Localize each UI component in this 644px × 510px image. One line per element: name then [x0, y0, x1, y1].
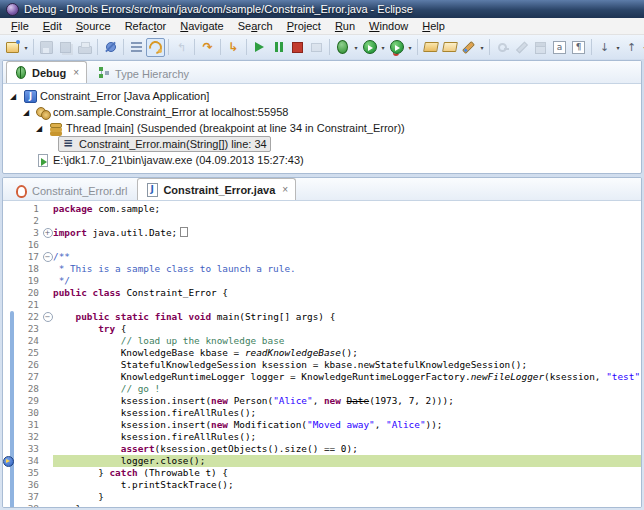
previous-annotation-button[interactable] — [622, 38, 641, 57]
menu-window[interactable]: Window — [362, 19, 415, 33]
editor-tab-constraint-error-drl[interactable]: Constraint_Error.drl — [6, 180, 135, 200]
coverage-dropdown-icon[interactable]: ▾ — [406, 44, 414, 51]
menu-navigate[interactable]: Navigate — [173, 19, 230, 33]
fold-ruler[interactable] — [42, 407, 53, 419]
fold-ruler[interactable] — [42, 419, 53, 431]
show-whitespace-button[interactable] — [569, 38, 588, 57]
link-with-debug-view-button[interactable] — [146, 38, 165, 57]
mark-occurrences-button[interactable] — [512, 38, 531, 57]
fold-ruler[interactable]: + — [42, 227, 53, 239]
fold-ruler[interactable] — [42, 215, 53, 227]
title-bar[interactable]: Debug - Drools Errors/src/main/java/com/… — [0, 0, 644, 18]
annotation-ruler[interactable] — [3, 443, 15, 455]
fold-collapsed-icon[interactable]: + — [43, 228, 53, 238]
fold-ruler[interactable]: − — [42, 251, 53, 263]
menu-run[interactable]: Run — [328, 19, 362, 33]
code-line-32[interactable]: 32 ksession.fireAllRules(); — [3, 431, 641, 443]
debug-view-tab-type-hierarchy[interactable]: Type Hierarchy — [89, 63, 197, 83]
annotation-ruler[interactable] — [3, 263, 15, 275]
code-line-20[interactable]: 20public class Constraint_Error { — [3, 287, 641, 299]
expand-arrow-icon[interactable]: ◢ — [33, 124, 45, 133]
debug-tree-row[interactable]: ◢com.sample.Constraint_Error at localhos… — [3, 104, 641, 120]
debug-view-tab-debug[interactable]: Debug× — [6, 61, 87, 83]
code-line-23[interactable]: 23 try { — [3, 323, 641, 335]
menu-edit[interactable]: Edit — [36, 19, 69, 33]
fold-ruler[interactable] — [42, 467, 53, 479]
terminate-button[interactable] — [288, 38, 307, 57]
menu-project[interactable]: Project — [280, 19, 328, 33]
show-breakpoint-types-button[interactable] — [127, 38, 146, 57]
instruction-pointer-icon[interactable] — [3, 456, 14, 467]
code-line-34[interactable]: 34 logger.close(); — [3, 455, 641, 467]
new-wizard-dropdown-icon[interactable]: ▾ — [22, 44, 30, 51]
annotation-ruler[interactable] — [3, 407, 15, 419]
debug-tree-row[interactable]: E:\jdk1.7.0_21\bin\javaw.exe (04.09.2013… — [3, 152, 641, 168]
annotation-ruler[interactable] — [3, 479, 15, 491]
step-return-button[interactable] — [224, 38, 243, 57]
code-line-17[interactable]: 17−/** — [3, 251, 641, 263]
code-line-2[interactable]: 2 — [3, 215, 641, 227]
save-button[interactable] — [37, 38, 56, 57]
suspend-button[interactable] — [269, 38, 288, 57]
annotation-ruler[interactable] — [3, 251, 15, 263]
debug-launch-tree[interactable]: ◢Constraint_Error [Java Application]◢com… — [3, 84, 641, 168]
fold-ruler[interactable] — [42, 395, 53, 407]
fold-ruler[interactable] — [42, 443, 53, 455]
coverage-button[interactable] — [387, 38, 406, 57]
code-line-38[interactable]: 38 } — [3, 503, 641, 507]
code-line-31[interactable]: 31 ksession.insert(new Modification("Mov… — [3, 419, 641, 431]
print-button[interactable] — [75, 38, 94, 57]
menu-refactor[interactable]: Refactor — [118, 19, 174, 33]
expand-arrow-icon[interactable]: ◢ — [7, 92, 19, 101]
annotation-ruler[interactable] — [3, 239, 15, 251]
annotation-ruler[interactable] — [3, 467, 15, 479]
annotation-ruler[interactable] — [3, 419, 15, 431]
code-line-19[interactable]: 19 */ — [3, 275, 641, 287]
fold-ruler[interactable] — [42, 431, 53, 443]
fold-ruler[interactable] — [42, 383, 53, 395]
run-dropdown-icon[interactable]: ▾ — [379, 44, 387, 51]
annotation-ruler[interactable] — [3, 203, 15, 215]
drop-to-frame-button[interactable] — [172, 38, 191, 57]
fold-ruler[interactable] — [42, 503, 53, 507]
annotation-ruler[interactable] — [3, 335, 15, 347]
code-line-37[interactable]: 37 } — [3, 491, 641, 503]
code-line-28[interactable]: 28 // go ! — [3, 383, 641, 395]
annotation-ruler[interactable] — [3, 491, 15, 503]
disconnect-button[interactable] — [307, 38, 326, 57]
close-tab-icon[interactable]: × — [73, 67, 79, 78]
fold-ruler[interactable] — [42, 275, 53, 287]
annotation-ruler[interactable] — [3, 299, 15, 311]
fold-ruler[interactable] — [42, 455, 53, 467]
menu-source[interactable]: Source — [69, 19, 118, 33]
code-line-25[interactable]: 25 KnowledgeBase kbase = readKnowledgeBa… — [3, 347, 641, 359]
external-tools-button[interactable] — [493, 38, 512, 57]
close-tab-icon[interactable]: × — [282, 184, 288, 195]
annotation-ruler[interactable] — [3, 395, 15, 407]
open-type-button[interactable] — [421, 38, 440, 57]
java-source-editor[interactable]: 1package com.sample;23+import java.util.… — [3, 201, 641, 507]
code-line-26[interactable]: 26 StatefulKnowledgeSession ksession = k… — [3, 359, 641, 371]
code-line-27[interactable]: 27 KnowledgeRuntimeLogger logger = Knowl… — [3, 371, 641, 383]
next-annotation-button[interactable] — [595, 38, 614, 57]
fold-expanded-icon[interactable]: − — [43, 312, 53, 322]
fold-ruler[interactable] — [42, 203, 53, 215]
next-annotation-dropdown-icon[interactable]: ▾ — [614, 44, 622, 51]
annotation-ruler[interactable] — [3, 431, 15, 443]
fold-ruler[interactable] — [42, 491, 53, 503]
search-button[interactable] — [459, 38, 478, 57]
code-line-3[interactable]: 3+import java.util.Date; — [3, 227, 641, 239]
code-line-18[interactable]: 18 * This is a sample class to launch a … — [3, 263, 641, 275]
code-line-33[interactable]: 33 assert(ksession.getObjects().size() =… — [3, 443, 641, 455]
code-line-30[interactable]: 30 ksession.fireAllRules(); — [3, 407, 641, 419]
code-line-1[interactable]: 1package com.sample; — [3, 203, 641, 215]
editor-tab-constraint-error-java[interactable]: Constraint_Error.java× — [137, 178, 296, 200]
search-dropdown-icon[interactable]: ▾ — [478, 44, 486, 51]
fold-ruler[interactable] — [42, 359, 53, 371]
open-resource-button[interactable] — [440, 38, 459, 57]
code-line-29[interactable]: 29 ksession.insert(new Person("Alice", n… — [3, 395, 641, 407]
fold-ruler[interactable] — [42, 347, 53, 359]
code-line-16[interactable]: 16 — [3, 239, 641, 251]
menu-search[interactable]: Search — [231, 19, 280, 33]
annotation-ruler[interactable] — [3, 503, 15, 507]
